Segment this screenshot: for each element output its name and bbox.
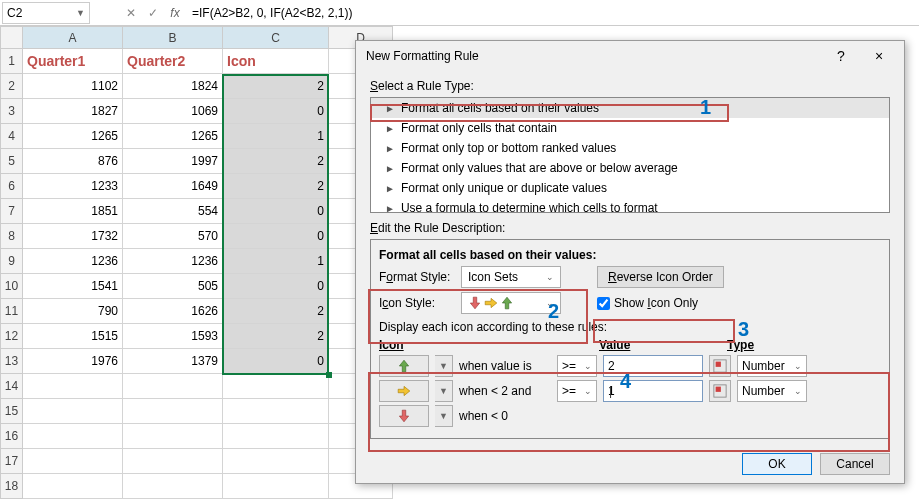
cell-A10[interactable]: 1541 bbox=[23, 274, 123, 299]
cell-B7[interactable]: 554 bbox=[123, 199, 223, 224]
cell-A4[interactable]: 1265 bbox=[23, 124, 123, 149]
row-header-16[interactable]: 16 bbox=[1, 424, 23, 449]
column-header-C[interactable]: C bbox=[223, 27, 329, 49]
cell-A2[interactable]: 1102 bbox=[23, 74, 123, 99]
fx-icon[interactable]: fx bbox=[164, 2, 186, 24]
cell-A11[interactable]: 790 bbox=[23, 299, 123, 324]
cell-C18[interactable] bbox=[223, 474, 329, 499]
cell-B12[interactable]: 1593 bbox=[123, 324, 223, 349]
cancel-formula-icon[interactable]: ✕ bbox=[120, 2, 142, 24]
row-header-2[interactable]: 2 bbox=[1, 74, 23, 99]
row-header-3[interactable]: 3 bbox=[1, 99, 23, 124]
cell-A9[interactable]: 1236 bbox=[23, 249, 123, 274]
cell-A18[interactable] bbox=[23, 474, 123, 499]
row-header-15[interactable]: 15 bbox=[1, 399, 23, 424]
cell-A5[interactable]: 876 bbox=[23, 149, 123, 174]
cell-C3[interactable]: 0 bbox=[223, 99, 329, 124]
value-input-0[interactable]: 2 bbox=[603, 355, 703, 377]
cell-A3[interactable]: 1827 bbox=[23, 99, 123, 124]
range-picker-icon-1[interactable] bbox=[709, 380, 731, 402]
row-header-1[interactable]: 1 bbox=[1, 49, 23, 74]
icon-picker-0[interactable] bbox=[379, 355, 429, 377]
row-header-5[interactable]: 5 bbox=[1, 149, 23, 174]
show-icon-only-input[interactable] bbox=[597, 297, 610, 310]
show-icon-only-checkbox[interactable]: Show Icon Only bbox=[597, 296, 698, 310]
row-header-8[interactable]: 8 bbox=[1, 224, 23, 249]
cell-B3[interactable]: 1069 bbox=[123, 99, 223, 124]
value-input-1[interactable]: 1 bbox=[603, 380, 703, 402]
cell-A17[interactable] bbox=[23, 449, 123, 474]
icon-picker-chevron-1[interactable]: ▼ bbox=[435, 380, 453, 402]
chevron-down-icon[interactable]: ▼ bbox=[76, 8, 85, 18]
format-style-dropdown[interactable]: Icon Sets ⌄ bbox=[461, 266, 561, 288]
cell-C6[interactable]: 2 bbox=[223, 174, 329, 199]
cell-A16[interactable] bbox=[23, 424, 123, 449]
cell-B14[interactable] bbox=[123, 374, 223, 399]
row-header-10[interactable]: 10 bbox=[1, 274, 23, 299]
row-header-11[interactable]: 11 bbox=[1, 299, 23, 324]
operator-dropdown-1[interactable]: >=⌄ bbox=[557, 380, 597, 402]
rule-type-item-0[interactable]: ►Format all cells based on their values bbox=[371, 98, 889, 118]
formula-input[interactable]: =IF(A2>B2, 0, IF(A2<B2, 2,1)) bbox=[186, 2, 917, 24]
icon-picker-chevron-2[interactable]: ▼ bbox=[435, 405, 453, 427]
type-dropdown-1[interactable]: Number⌄ bbox=[737, 380, 807, 402]
cell-C5[interactable]: 2 bbox=[223, 149, 329, 174]
cell-B16[interactable] bbox=[123, 424, 223, 449]
operator-dropdown-0[interactable]: >=⌄ bbox=[557, 355, 597, 377]
cell-C9[interactable]: 1 bbox=[223, 249, 329, 274]
icon-picker-chevron-0[interactable]: ▼ bbox=[435, 355, 453, 377]
cell-C13[interactable]: 0 bbox=[223, 349, 329, 374]
close-icon[interactable]: × bbox=[864, 48, 894, 64]
row-header-12[interactable]: 12 bbox=[1, 324, 23, 349]
cell-C2[interactable]: 2 bbox=[223, 74, 329, 99]
range-picker-icon-0[interactable] bbox=[709, 355, 731, 377]
row-header-9[interactable]: 9 bbox=[1, 249, 23, 274]
rule-type-list[interactable]: ►Format all cells based on their values►… bbox=[370, 97, 890, 213]
cell-B13[interactable]: 1379 bbox=[123, 349, 223, 374]
row-header-13[interactable]: 13 bbox=[1, 349, 23, 374]
icon-style-dropdown[interactable]: ⌄ bbox=[461, 292, 561, 314]
row-header-4[interactable]: 4 bbox=[1, 124, 23, 149]
cell-B8[interactable]: 570 bbox=[123, 224, 223, 249]
cell-B18[interactable] bbox=[123, 474, 223, 499]
cell-A15[interactable] bbox=[23, 399, 123, 424]
type-dropdown-0[interactable]: Number⌄ bbox=[737, 355, 807, 377]
help-icon[interactable]: ? bbox=[826, 48, 856, 64]
cell-C12[interactable]: 2 bbox=[223, 324, 329, 349]
cell-B5[interactable]: 1997 bbox=[123, 149, 223, 174]
cell-B1[interactable]: Quarter2 bbox=[123, 49, 223, 74]
row-header-14[interactable]: 14 bbox=[1, 374, 23, 399]
cell-C10[interactable]: 0 bbox=[223, 274, 329, 299]
cell-C11[interactable]: 2 bbox=[223, 299, 329, 324]
row-header-17[interactable]: 17 bbox=[1, 449, 23, 474]
reverse-icon-order-button[interactable]: Reverse Icon Order bbox=[597, 266, 724, 288]
cell-B17[interactable] bbox=[123, 449, 223, 474]
cell-B15[interactable] bbox=[123, 399, 223, 424]
column-header-B[interactable]: B bbox=[123, 27, 223, 49]
cell-B9[interactable]: 1236 bbox=[123, 249, 223, 274]
cell-A1[interactable]: Quarter1 bbox=[23, 49, 123, 74]
cell-B2[interactable]: 1824 bbox=[123, 74, 223, 99]
accept-formula-icon[interactable]: ✓ bbox=[142, 2, 164, 24]
cell-A14[interactable] bbox=[23, 374, 123, 399]
row-header-6[interactable]: 6 bbox=[1, 174, 23, 199]
cell-B10[interactable]: 505 bbox=[123, 274, 223, 299]
cell-A13[interactable]: 1976 bbox=[23, 349, 123, 374]
cell-A7[interactable]: 1851 bbox=[23, 199, 123, 224]
cell-B4[interactable]: 1265 bbox=[123, 124, 223, 149]
cell-B6[interactable]: 1649 bbox=[123, 174, 223, 199]
rule-type-item-3[interactable]: ►Format only values that are above or be… bbox=[371, 158, 889, 178]
cell-A12[interactable]: 1515 bbox=[23, 324, 123, 349]
cell-C8[interactable]: 0 bbox=[223, 224, 329, 249]
ok-button[interactable]: OK bbox=[742, 453, 812, 475]
cell-C14[interactable] bbox=[223, 374, 329, 399]
icon-picker-1[interactable] bbox=[379, 380, 429, 402]
row-header-18[interactable]: 18 bbox=[1, 474, 23, 499]
rule-type-item-2[interactable]: ►Format only top or bottom ranked values bbox=[371, 138, 889, 158]
cell-A6[interactable]: 1233 bbox=[23, 174, 123, 199]
cell-A8[interactable]: 1732 bbox=[23, 224, 123, 249]
column-header-A[interactable]: A bbox=[23, 27, 123, 49]
cell-C17[interactable] bbox=[223, 449, 329, 474]
row-header-7[interactable]: 7 bbox=[1, 199, 23, 224]
cell-B11[interactable]: 1626 bbox=[123, 299, 223, 324]
